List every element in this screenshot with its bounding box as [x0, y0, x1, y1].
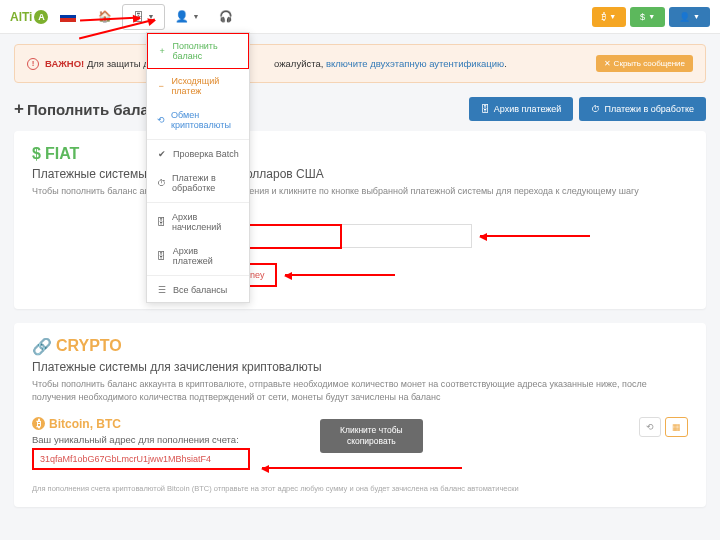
logo-text: AlTi	[10, 10, 32, 24]
pill-user[interactable]: 👤 ▼	[669, 7, 710, 27]
dd-topup[interactable]: +Пополнить баланс	[147, 33, 249, 69]
pill-btc[interactable]: ₿ ▼	[592, 7, 626, 27]
dd-balances[interactable]: ☰Все балансы	[147, 278, 249, 302]
btn-archive[interactable]: 🗄 Архив платежей	[469, 97, 574, 121]
btc-address[interactable]: 31qfaMf1obG67GbLmcrU1jww1MBhsiatF4	[32, 448, 250, 470]
logo-badge: A	[34, 10, 48, 24]
crypto-desc: Чтобы пополнить баланс аккаунта в крипто…	[32, 378, 688, 405]
dd-archive2[interactable]: 🗄Архив платежей	[147, 239, 249, 273]
pill-usd[interactable]: $ ▼	[630, 7, 665, 27]
dd-batch[interactable]: ✔Проверка Batch	[147, 142, 249, 166]
btn-processing[interactable]: ⏱ Платежи в обработке	[579, 97, 706, 121]
annotation-arrow	[262, 467, 462, 469]
addr-label: Ваш уникальный адрес для пополнения счет…	[32, 434, 292, 445]
dd-processing[interactable]: ⏱Платежи в обработке	[147, 166, 249, 200]
nav-user-dropdown[interactable]: 👤 ▼	[165, 4, 209, 29]
fiat-title: $ FIAT	[32, 145, 688, 163]
dd-archive1[interactable]: 🗄Архив начислений	[147, 205, 249, 239]
dd-exchange[interactable]: ⟲Обмен криптовалюты	[147, 103, 249, 137]
amount-input-ext[interactable]	[342, 224, 472, 248]
crypto-title: 🔗 CRYPTO	[32, 337, 688, 356]
page-title: +Пополнить баланс	[14, 99, 166, 119]
refresh-icon[interactable]: ⟲	[639, 417, 661, 437]
alert-close-btn[interactable]: ✕ Скрыть сообщение	[596, 55, 693, 72]
nav-support[interactable]: 🎧	[209, 4, 243, 29]
dd-outgoing[interactable]: −Исходящий платеж	[147, 69, 249, 103]
logo: AlTi A	[10, 10, 48, 24]
fiat-desc: Чтобы пополнить баланс акк укажите сумму…	[32, 185, 688, 199]
addr-note: Для пополнения счета криптовалютой Bitco…	[32, 484, 688, 493]
amount-label: Сумма, USD:	[182, 211, 688, 221]
security-alert: ! ВАЖНО! Для защиты досту ожалуйста, вкл…	[14, 44, 706, 83]
crypto-card: 🔗 CRYPTO Платежные системы для зачислени…	[14, 323, 706, 507]
alert-icon: !	[27, 58, 39, 70]
flag-ru[interactable]	[60, 11, 76, 22]
annotation-arrow	[285, 274, 395, 276]
fiat-subtitle: Платежные системы дл ой валюты - Долларо…	[32, 167, 688, 181]
fiat-card: $ FIAT Платежные системы дл ой валюты - …	[14, 131, 706, 309]
wallet-dropdown-menu: +Пополнить баланс −Исходящий платеж ⟲Обм…	[146, 32, 250, 303]
bitcoin-icon: ₿	[32, 417, 45, 430]
qr-icon[interactable]: ▦	[665, 417, 688, 437]
crypto-subtitle: Платежные системы для зачисления криптов…	[32, 360, 688, 374]
copy-btn[interactable]: Кликните чтобыскопировать	[320, 419, 423, 453]
coin-title: ₿Bitcoin, BTC	[32, 417, 292, 431]
alert-link[interactable]: включите двухэтапную аутентификацию	[326, 58, 504, 69]
nav-home[interactable]: 🏠	[88, 4, 122, 29]
annotation-arrow	[480, 235, 590, 237]
